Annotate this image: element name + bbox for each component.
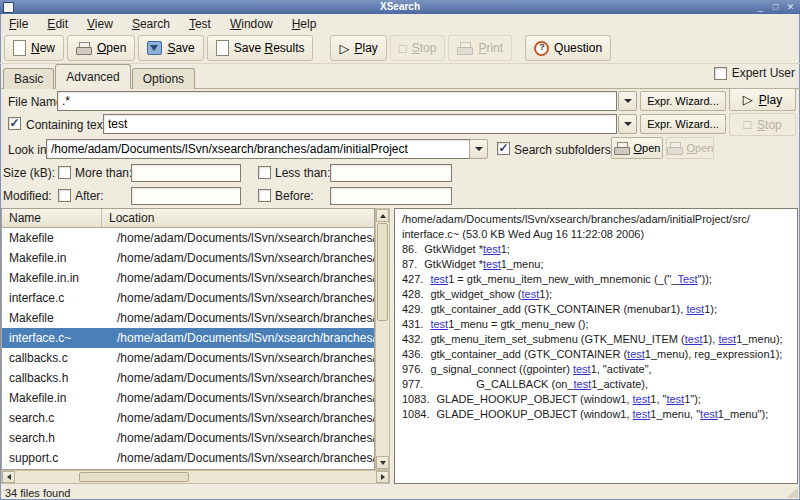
tab-options[interactable]: Options	[132, 68, 195, 89]
menu-edit[interactable]: Edit	[47, 17, 68, 31]
look-in-dropdown-button[interactable]	[469, 139, 488, 159]
line-number: 431.	[402, 318, 423, 330]
open-toolbar-button[interactable]: Open	[67, 35, 135, 61]
expr-wizard-button-2[interactable]: Expr. Wizard...	[640, 114, 726, 134]
file-location-cell: /home/adam/Documents/lSvn/xsearch/branch…	[109, 311, 374, 325]
expr-wizard-button-1[interactable]: Expr. Wizard...	[640, 91, 726, 111]
line-number: 87.	[402, 258, 417, 270]
table-row[interactable]: Makefile/home/adam/Documents/lSvn/xsearc…	[2, 228, 374, 248]
table-row[interactable]: Makefile.in.in/home/adam/Documents/lSvn/…	[2, 268, 374, 288]
print-toolbar-button[interactable]: Print	[448, 35, 512, 61]
scroll-up-button[interactable]	[376, 209, 389, 222]
vertical-scrollbar[interactable]	[375, 208, 390, 470]
table-row[interactable]: callbacks.c/home/adam/Documents/lSvn/xse…	[2, 468, 374, 469]
file-name-cell: Makefile.in.in	[2, 271, 109, 285]
play-button[interactable]: ▷Play	[729, 88, 796, 111]
horizontal-scrollbar-thumb[interactable]	[79, 472, 189, 482]
line-number: 977.	[402, 378, 423, 390]
search-subfolders-checkbox[interactable]	[497, 142, 510, 155]
open-folder-button[interactable]: Open	[611, 137, 663, 159]
search-match-link[interactable]: test	[685, 333, 703, 345]
tab-advanced[interactable]: Advanced	[55, 64, 130, 89]
chevron-down-icon	[475, 147, 483, 151]
search-match-link[interactable]: test	[430, 273, 448, 285]
code-line: 429.gtk_container_add (GTK_CONTAINER (me…	[402, 302, 795, 317]
search-match-link[interactable]: test	[522, 288, 540, 300]
new-toolbar-button[interactable]: New	[4, 35, 64, 61]
search-match-link[interactable]: test	[430, 318, 448, 330]
table-row[interactable]: interface.c~/home/adam/Documents/lSvn/xs…	[2, 328, 374, 348]
save-toolbar-button[interactable]: Save	[138, 35, 203, 61]
play-toolbar-button[interactable]: ▷Play	[330, 35, 386, 61]
expert-user-checkbox[interactable]	[714, 67, 727, 80]
table-row[interactable]: support.c/home/adam/Documents/lSvn/xsear…	[2, 448, 374, 468]
containing-text-checkbox[interactable]	[8, 117, 21, 130]
menu-help[interactable]: Help	[292, 17, 317, 31]
file-name-cell: interface.c~	[2, 331, 109, 345]
search-match-link[interactable]: test	[633, 393, 651, 405]
table-row[interactable]: Makefile.in/home/adam/Documents/lSvn/xse…	[2, 388, 374, 408]
scroll-down-button[interactable]	[376, 456, 389, 469]
maximize-button[interactable]: □	[770, 3, 781, 12]
search-match-link[interactable]: test	[573, 363, 591, 375]
table-row[interactable]: Makefile.in/home/adam/Documents/lSvn/xse…	[2, 248, 374, 268]
modified-after-checkbox[interactable]	[58, 189, 71, 202]
horizontal-scrollbar[interactable]	[1, 470, 390, 484]
containing-text-dropdown-button[interactable]	[618, 114, 637, 134]
menu-file[interactable]: File	[9, 17, 28, 31]
scroll-left-button[interactable]	[2, 471, 15, 483]
page-icon	[216, 40, 229, 56]
preview-pane[interactable]: /home/adam/Documents/lSvn/xsearch/branch…	[394, 208, 798, 484]
file-location-cell: /home/adam/Documents/lSvn/xsearch/branch…	[109, 451, 374, 465]
modified-after-input[interactable]	[131, 187, 241, 205]
column-header-location[interactable]: Location	[102, 211, 154, 225]
search-match-link[interactable]: test	[686, 303, 704, 315]
minimize-button[interactable]: _	[755, 3, 766, 12]
code-line: 436.gtk_container_add (GTK_CONTAINER (te…	[402, 347, 795, 362]
menu-search[interactable]: Search	[132, 17, 170, 31]
size-less-label: Less than:	[275, 166, 330, 180]
size-less-checkbox[interactable]	[258, 166, 271, 179]
column-header-name[interactable]: Name	[2, 209, 102, 227]
search-match-link[interactable]: test	[483, 243, 501, 255]
code-line: 428.gtk_widget_show (test1);	[402, 287, 795, 302]
size-more-checkbox[interactable]	[58, 166, 71, 179]
file-name-input[interactable]	[57, 91, 617, 111]
table-row[interactable]: Makefile/home/adam/Documents/lSvn/xsearc…	[2, 308, 374, 328]
look-in-input[interactable]	[46, 139, 470, 159]
table-row[interactable]: search.h/home/adam/Documents/lSvn/xsearc…	[2, 428, 374, 448]
open-folder-button-disabled[interactable]: Open	[666, 137, 714, 159]
table-row[interactable]: interface.c/home/adam/Documents/lSvn/xse…	[2, 288, 374, 308]
size-less-input[interactable]	[330, 164, 452, 182]
search-match-link[interactable]: test	[633, 408, 651, 420]
title-bar[interactable]: XSearch _□✕	[0, 0, 800, 14]
vertical-scrollbar-thumb[interactable]	[377, 223, 388, 321]
search-match-link[interactable]: test	[700, 408, 718, 420]
containing-text-input[interactable]	[103, 114, 617, 134]
table-row[interactable]: callbacks.h/home/adam/Documents/lSvn/xse…	[2, 368, 374, 388]
question-toolbar-button[interactable]: Question	[525, 35, 611, 61]
stop-toolbar-button[interactable]: □Stop	[390, 35, 446, 61]
close-button[interactable]: ✕	[785, 3, 796, 12]
scroll-right-button[interactable]	[376, 471, 389, 483]
tab-basic[interactable]: Basic	[3, 68, 54, 89]
search-match-link[interactable]: test	[627, 348, 645, 360]
modified-before-input[interactable]	[330, 187, 452, 205]
stop-button[interactable]: □Stop	[729, 113, 796, 136]
menu-window[interactable]: Window	[230, 17, 273, 31]
search-match-link[interactable]: test	[718, 333, 736, 345]
resize-grip[interactable]	[787, 487, 798, 498]
menu-view[interactable]: View	[87, 17, 113, 31]
table-row[interactable]: search.c/home/adam/Documents/lSvn/xsearc…	[2, 408, 374, 428]
menu-bar: FileEditViewSearchTestWindowHelp	[0, 14, 800, 33]
menu-test[interactable]: Test	[189, 17, 211, 31]
modified-before-checkbox[interactable]	[258, 189, 271, 202]
file-name-dropdown-button[interactable]	[618, 91, 637, 111]
search-match-link[interactable]: Test	[677, 273, 697, 285]
save-results-toolbar-button[interactable]: Save Results	[207, 35, 314, 61]
search-match-link[interactable]: test	[666, 393, 684, 405]
search-match-link[interactable]: test	[483, 258, 501, 270]
search-match-link[interactable]: test	[573, 378, 591, 390]
table-row[interactable]: callbacks.c/home/adam/Documents/lSvn/xse…	[2, 348, 374, 368]
size-more-input[interactable]	[131, 164, 241, 182]
